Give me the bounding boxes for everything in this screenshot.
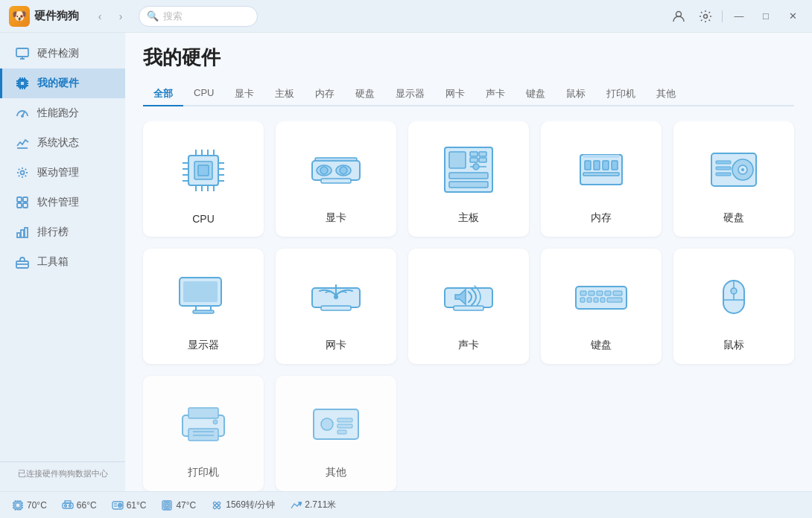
apps-icon (15, 195, 30, 210)
settings-icon-button[interactable] (695, 6, 716, 27)
monitor2-icon-wrap (170, 263, 237, 330)
tab-memory[interactable]: 内存 (305, 83, 345, 106)
svg-point-116 (69, 505, 71, 507)
svg-rect-54 (603, 161, 609, 170)
hardware-card-printer[interactable]: 打印机 (143, 376, 264, 491)
forward-button[interactable]: › (112, 7, 130, 25)
status-hdd-temp: 61°C (112, 499, 147, 511)
sidebar-item-system-status[interactable]: 系统状态 (0, 128, 125, 158)
svg-rect-53 (594, 161, 600, 170)
main-layout: 硬件检测 我的硬件 性能跑分 (0, 33, 812, 491)
sidebar-item-software-mgmt[interactable]: 软件管理 (0, 188, 125, 217)
status-network-speed: 2.711米 (290, 499, 336, 511)
svg-rect-76 (589, 291, 594, 295)
sound-label: 声卡 (458, 339, 479, 352)
status-gpu-temp: 66°C (62, 499, 97, 511)
svg-rect-81 (587, 298, 591, 302)
statusbar: 70°C 66°C 61°C (0, 491, 812, 518)
maximize-button[interactable]: □ (755, 6, 776, 27)
svg-point-69 (334, 295, 338, 299)
svg-point-50 (473, 164, 479, 170)
tab-monitor[interactable]: 显示器 (385, 83, 435, 106)
chart-icon (15, 135, 30, 150)
tab-gpu[interactable]: 显卡 (224, 83, 264, 106)
tab-sound[interactable]: 声卡 (475, 83, 516, 106)
svg-rect-10 (23, 203, 28, 208)
hardware-card-memory[interactable]: 内存 (541, 121, 662, 237)
svg-point-96 (321, 418, 333, 430)
svg-point-38 (340, 167, 347, 174)
hdd-temp-value: 61°C (127, 500, 147, 511)
hardware-card-network[interactable]: 网卡 (276, 249, 396, 364)
svg-rect-73 (454, 306, 483, 310)
svg-rect-52 (585, 161, 591, 170)
printer-label: 打印机 (188, 466, 219, 479)
user-icon-button[interactable] (668, 6, 689, 27)
tab-cpu[interactable]: CPU (183, 83, 224, 106)
svg-point-119 (118, 503, 121, 507)
svg-rect-12 (21, 230, 24, 237)
search-icon: 🔍 (147, 10, 159, 22)
search-placeholder: 搜索 (163, 10, 183, 23)
sidebar: 硬件检测 我的硬件 性能跑分 (0, 33, 125, 491)
sidebar-label-my-hardware: 我的硬件 (37, 77, 79, 90)
sidebar-item-performance[interactable]: 性能跑分 (0, 98, 125, 128)
svg-rect-42 (449, 152, 466, 168)
storage-icon-wrap (700, 136, 767, 202)
tab-mouse[interactable]: 鼠标 (556, 83, 596, 106)
svg-rect-8 (23, 197, 28, 202)
svg-rect-84 (607, 298, 622, 302)
svg-rect-40 (315, 158, 357, 161)
tab-storage[interactable]: 硬盘 (345, 83, 385, 106)
svg-rect-97 (337, 418, 352, 422)
monitor-label: 显示器 (188, 339, 219, 352)
sidebar-item-hardware-detection[interactable]: 硬件检测 (0, 39, 125, 68)
ranking-icon (15, 225, 30, 240)
hardware-card-cpu[interactable]: CPU (143, 121, 264, 237)
tab-printer[interactable]: 打印机 (596, 83, 646, 106)
svg-point-61 (741, 168, 744, 171)
hardware-card-mouse[interactable]: 鼠标 (673, 249, 794, 364)
svg-rect-125 (165, 504, 168, 507)
hardware-card-sound[interactable]: 声卡 (408, 249, 529, 364)
chip-icon (15, 76, 30, 91)
svg-rect-67 (193, 310, 214, 313)
sidebar-item-toolbox[interactable]: 工具箱 (0, 247, 125, 277)
tab-motherboard[interactable]: 主板 (264, 83, 305, 106)
hardware-card-gpu[interactable]: 显卡 (276, 121, 396, 237)
svg-rect-39 (321, 179, 351, 183)
other-temp-value: 47°C (176, 500, 196, 511)
sound-icon-wrap (435, 263, 502, 330)
hardware-card-keyboard[interactable]: 键盘 (541, 249, 662, 364)
page-title: 我的硬件 (143, 45, 794, 71)
close-button[interactable]: ✕ (782, 6, 803, 27)
tab-network[interactable]: 网卡 (435, 83, 475, 106)
tab-other[interactable]: 其他 (646, 83, 686, 106)
sidebar-item-driver-mgmt[interactable]: 驱动管理 (0, 158, 125, 188)
svg-rect-57 (583, 155, 619, 158)
minimize-button[interactable]: — (729, 6, 749, 27)
svg-rect-117 (65, 501, 71, 503)
tab-all[interactable]: 全部 (143, 83, 183, 106)
hardware-card-monitor[interactable]: 显示器 (143, 249, 264, 364)
svg-rect-11 (17, 233, 20, 237)
svg-point-115 (64, 505, 66, 507)
svg-rect-45 (479, 152, 486, 156)
network-speed-value: 2.711米 (305, 499, 336, 511)
search-box[interactable]: 🔍 搜索 (139, 6, 258, 27)
sidebar-item-my-hardware[interactable]: 我的硬件 (0, 68, 125, 98)
status-fan-speed: 1569转/分钟 (211, 499, 275, 511)
sidebar-item-ranking[interactable]: 排行榜 (0, 217, 125, 247)
hardware-card-motherboard[interactable]: 主板 (408, 121, 529, 237)
back-button[interactable]: ‹ (91, 7, 109, 25)
network-speed-icon (290, 499, 302, 511)
svg-rect-55 (612, 161, 618, 170)
svg-rect-71 (445, 288, 492, 307)
hardware-card-storage[interactable]: 硬盘 (673, 121, 794, 237)
svg-rect-62 (716, 161, 731, 164)
motherboard-label: 主板 (458, 211, 479, 225)
hdd-temp-icon (112, 499, 124, 511)
hardware-card-other[interactable]: 其他 (276, 376, 396, 491)
tab-keyboard[interactable]: 键盘 (516, 83, 556, 106)
svg-rect-64 (716, 173, 731, 176)
